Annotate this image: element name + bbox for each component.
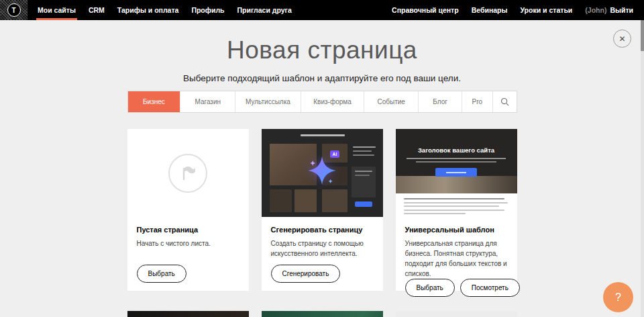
universal-template-preview: Заголовок вашего сайта <box>396 129 517 217</box>
mock-photo-block <box>322 189 347 212</box>
blank-template-preview <box>127 129 249 217</box>
card-actions: Выбрать <box>137 265 239 283</box>
page-title: Новая страница <box>0 36 644 64</box>
mock-text-line <box>301 134 345 136</box>
tab-multilink[interactable]: Мультиссылка <box>235 91 301 112</box>
mock-hero-title: Заголовок вашего сайта <box>418 146 494 154</box>
ai-badge: AI <box>330 150 339 158</box>
search-icon <box>500 97 509 106</box>
user-name: (John) <box>585 6 606 14</box>
nav-help-center[interactable]: Справочный центр <box>392 0 459 20</box>
mock-photo-block <box>270 189 292 212</box>
template-preview <box>262 311 383 317</box>
card-body: Универсальный шаблон Универсальная стран… <box>396 217 517 305</box>
nav-profile[interactable]: Профиль <box>191 0 224 20</box>
app-window: T Мои сайты CRM Тарифы и оплата Профиль … <box>0 0 644 317</box>
template-card-partial[interactable] <box>396 311 517 317</box>
template-preview <box>127 311 249 317</box>
tab-blog[interactable]: Блог <box>418 91 462 112</box>
card-title: Универсальный шаблон <box>405 226 508 234</box>
template-card-partial[interactable] <box>262 311 383 317</box>
close-button[interactable]: ✕ <box>613 30 631 48</box>
tab-business[interactable]: Бизнес <box>128 91 180 112</box>
mock-text-line <box>407 158 506 159</box>
secondary-nav: Справочный центр Вебинары Уроки и статьи… <box>392 0 633 20</box>
logo[interactable]: T <box>0 0 28 20</box>
mock-text-section <box>396 193 517 217</box>
card-actions: Выбрать Посмотреть <box>405 279 508 297</box>
mock-text-line <box>416 161 496 163</box>
nav-my-sites[interactable]: Мои сайты <box>38 0 76 20</box>
ai-star-icon <box>307 155 337 189</box>
mock-text-line <box>355 171 372 172</box>
mock-text-line <box>353 154 374 156</box>
mock-text-line <box>404 213 466 214</box>
card-description: Универсальная страница для бизнеса. Поня… <box>405 238 508 279</box>
choose-universal-button[interactable]: Выбрать <box>405 279 455 297</box>
scrollbar-thumb[interactable] <box>641 20 644 51</box>
nav-tariffs-payment[interactable]: Тарифы и оплата <box>117 0 179 20</box>
template-card-blank-page[interactable]: Пустая страница Начать с чистого листа. … <box>127 129 249 291</box>
mock-hero-photo <box>396 176 517 193</box>
choose-blank-button[interactable]: Выбрать <box>137 265 186 283</box>
page-scrollbar[interactable] <box>641 20 644 317</box>
mock-text-line <box>404 210 504 211</box>
nav-crm[interactable]: CRM <box>89 0 105 20</box>
mock-text-line <box>404 202 508 203</box>
ai-template-preview: AI <box>262 129 383 217</box>
tab-shop[interactable]: Магазин <box>180 91 235 112</box>
tab-pro[interactable]: Pro <box>462 91 492 112</box>
tilda-mark-icon <box>168 154 207 193</box>
mock-text-line <box>404 206 499 207</box>
mock-text-line <box>404 198 504 199</box>
template-category-tabs: Бизнес Магазин Мультиссылка Квиз-форма С… <box>127 91 517 113</box>
tilda-logo-icon: T <box>7 3 21 17</box>
tab-search[interactable] <box>492 91 517 112</box>
template-preview <box>396 311 517 317</box>
card-description: Начать с чистого листа. <box>137 238 239 248</box>
mock-text-line <box>353 146 376 148</box>
logo-letter: T <box>11 7 15 14</box>
logout-label: Выйти <box>610 6 633 14</box>
card-body: Сгенерировать страницу Создать страницу … <box>262 217 383 291</box>
mock-text-line <box>353 150 372 152</box>
card-description: Создать страницу с помощью искусственног… <box>271 238 374 259</box>
preview-universal-button[interactable]: Посмотреть <box>460 279 520 297</box>
tab-event[interactable]: Событие <box>364 91 418 112</box>
template-card-ai-generate[interactable]: AI Сгенерировать страницу Создать страни… <box>262 129 383 291</box>
tab-quiz-form[interactable]: Квиз-форма <box>301 91 364 112</box>
generate-button[interactable]: Сгенерировать <box>271 265 341 283</box>
template-card-universal[interactable]: Заголовок вашего сайта Универсальный шаб… <box>396 129 517 291</box>
card-title: Пустая страница <box>137 226 239 234</box>
page-subtitle: Выберите подходящий шаблон и адаптируйте… <box>0 73 644 83</box>
card-actions: Сгенерировать <box>271 265 374 283</box>
nav-logout[interactable]: (John) Выйти <box>585 0 633 20</box>
nav-invite-friend[interactable]: Пригласи друга <box>237 0 292 20</box>
template-cards-grid: Пустая страница Начать с чистого листа. … <box>127 129 517 317</box>
mock-hero-button <box>435 168 477 177</box>
nav-lessons-articles[interactable]: Уроки и статьи <box>520 0 572 20</box>
mock-text-line <box>355 175 370 176</box>
mock-hero-section: Заголовок вашего сайта <box>396 129 517 193</box>
topbar: T Мои сайты CRM Тарифы и оплата Профиль … <box>0 0 644 20</box>
help-button[interactable]: ? <box>603 282 633 312</box>
main-nav: Мои сайты CRM Тарифы и оплата Профиль Пр… <box>38 0 292 20</box>
close-icon: ✕ <box>619 35 625 43</box>
template-card-partial[interactable] <box>127 311 249 317</box>
mock-photo-block <box>294 189 317 212</box>
card-body: Пустая страница Начать с чистого листа. … <box>127 217 249 291</box>
mock-button <box>355 201 372 207</box>
nav-webinars[interactable]: Вебинары <box>472 0 508 20</box>
card-title: Сгенерировать страницу <box>271 226 374 234</box>
